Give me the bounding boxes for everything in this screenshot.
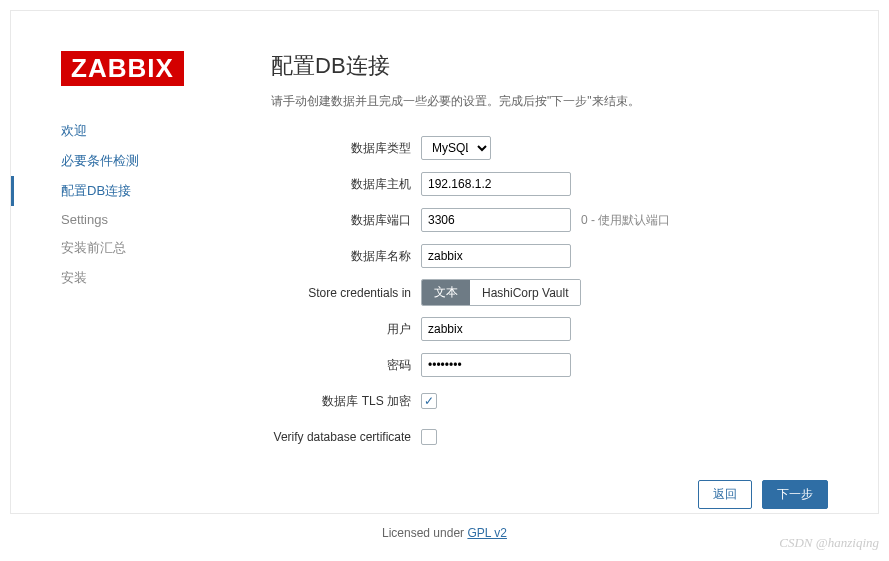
user-input[interactable] [421,317,571,341]
nav-install[interactable]: 安装 [61,263,221,293]
verify-cert-checkbox[interactable] [421,429,437,445]
nav-db[interactable]: 配置DB连接 [61,176,221,206]
nav-requirements[interactable]: 必要条件检测 [61,146,221,176]
password-input[interactable] [421,353,571,377]
db-type-select[interactable]: MySQL [421,136,491,160]
nav-summary[interactable]: 安装前汇总 [61,233,221,263]
db-port-label: 数据库端口 [271,212,421,229]
next-button[interactable]: 下一步 [762,480,828,509]
password-label: 密码 [271,357,421,374]
db-port-hint: 0 - 使用默认端口 [581,212,670,229]
db-name-input[interactable] [421,244,571,268]
db-host-input[interactable] [421,172,571,196]
db-name-label: 数据库名称 [271,248,421,265]
tls-checkbox[interactable]: ✓ [421,393,437,409]
store-vault-button[interactable]: HashiCorp Vault [470,280,580,305]
license-link[interactable]: GPL v2 [467,526,507,540]
db-type-label: 数据库类型 [271,140,421,157]
verify-cert-label: Verify database certificate [271,430,421,444]
store-credentials-label: Store credentials in [271,286,421,300]
tls-label: 数据库 TLS 加密 [271,393,421,410]
db-host-label: 数据库主机 [271,176,421,193]
store-plain-button[interactable]: 文本 [422,280,470,305]
nav-welcome[interactable]: 欢迎 [61,116,221,146]
watermark: CSDN @hanziqing [779,535,879,551]
user-label: 用户 [271,321,421,338]
page-title: 配置DB连接 [271,51,828,81]
store-credentials-toggle[interactable]: 文本 HashiCorp Vault [421,279,581,306]
page-intro: 请手动创建数据并且完成一些必要的设置。完成后按"下一步"来结束。 [271,93,828,110]
db-port-input[interactable] [421,208,571,232]
zabbix-logo: ZABBIX [61,51,184,86]
nav-settings[interactable]: Settings [61,206,221,233]
back-button[interactable]: 返回 [698,480,752,509]
